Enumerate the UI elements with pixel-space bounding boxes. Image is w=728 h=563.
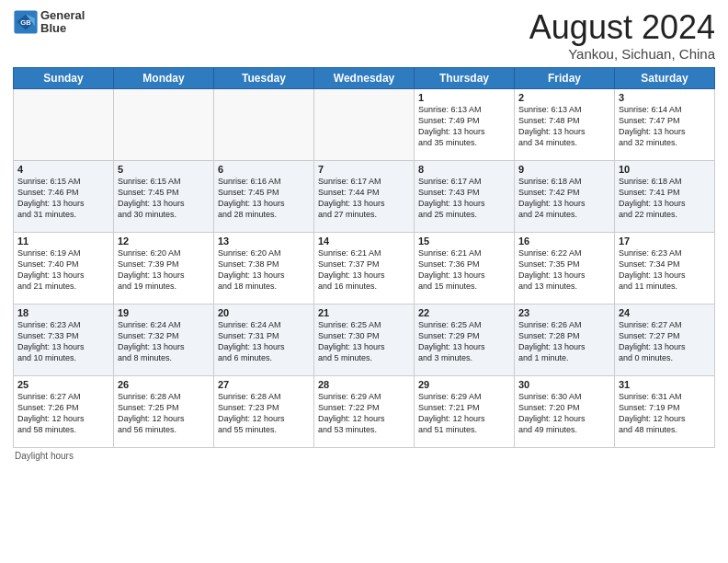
day-number: 7 xyxy=(318,164,410,175)
day-number: 22 xyxy=(418,307,510,318)
title-block: August 2024 Yankou, Sichuan, China xyxy=(529,9,715,62)
calendar-cell: 25Sunrise: 6:27 AM Sunset: 7:26 PM Dayli… xyxy=(14,375,114,447)
day-info: Sunrise: 6:15 AM Sunset: 7:46 PM Dayligh… xyxy=(17,176,109,221)
calendar-cell: 30Sunrise: 6:30 AM Sunset: 7:20 PM Dayli… xyxy=(515,375,615,447)
day-number: 10 xyxy=(619,164,711,175)
day-info: Sunrise: 6:27 AM Sunset: 7:27 PM Dayligh… xyxy=(619,319,711,364)
day-info: Sunrise: 6:23 AM Sunset: 7:33 PM Dayligh… xyxy=(17,319,109,364)
day-number: 13 xyxy=(218,236,310,247)
day-info: Sunrise: 6:25 AM Sunset: 7:30 PM Dayligh… xyxy=(318,319,410,364)
calendar-week-row: 11Sunrise: 6:19 AM Sunset: 7:40 PM Dayli… xyxy=(14,232,715,304)
day-number: 24 xyxy=(619,307,711,318)
day-info: Sunrise: 6:17 AM Sunset: 7:44 PM Dayligh… xyxy=(318,176,410,221)
day-info: Sunrise: 6:24 AM Sunset: 7:31 PM Dayligh… xyxy=(218,319,310,364)
day-info: Sunrise: 6:20 AM Sunset: 7:39 PM Dayligh… xyxy=(118,247,210,293)
calendar-cell: 28Sunrise: 6:29 AM Sunset: 7:22 PM Dayli… xyxy=(314,375,415,447)
weekday-header: Thursday xyxy=(415,67,515,88)
calendar-cell: 31Sunrise: 6:31 AM Sunset: 7:19 PM Dayli… xyxy=(615,375,715,447)
day-info: Sunrise: 6:24 AM Sunset: 7:32 PM Dayligh… xyxy=(118,319,210,364)
calendar-cell: 3Sunrise: 6:14 AM Sunset: 7:47 PM Daylig… xyxy=(615,88,715,160)
day-info: Sunrise: 6:19 AM Sunset: 7:40 PM Dayligh… xyxy=(17,247,109,293)
day-info: Sunrise: 6:25 AM Sunset: 7:29 PM Dayligh… xyxy=(418,319,510,364)
day-info: Sunrise: 6:14 AM Sunset: 7:47 PM Dayligh… xyxy=(619,104,711,149)
day-info: Sunrise: 6:27 AM Sunset: 7:26 PM Dayligh… xyxy=(17,391,109,436)
day-info: Sunrise: 6:18 AM Sunset: 7:41 PM Dayligh… xyxy=(619,176,711,221)
day-number: 31 xyxy=(619,379,711,390)
day-info: Sunrise: 6:21 AM Sunset: 7:36 PM Dayligh… xyxy=(418,247,510,293)
weekday-header: Sunday xyxy=(14,67,114,88)
day-number: 25 xyxy=(17,379,109,390)
day-info: Sunrise: 6:28 AM Sunset: 7:25 PM Dayligh… xyxy=(118,391,210,436)
day-number: 27 xyxy=(218,379,310,390)
day-number: 3 xyxy=(619,92,711,103)
day-number: 11 xyxy=(17,236,109,247)
day-number: 26 xyxy=(118,379,210,390)
day-number: 19 xyxy=(118,307,210,318)
calendar-cell: 20Sunrise: 6:24 AM Sunset: 7:31 PM Dayli… xyxy=(214,304,314,375)
weekday-header: Tuesday xyxy=(214,67,314,88)
day-info: Sunrise: 6:17 AM Sunset: 7:43 PM Dayligh… xyxy=(418,176,510,221)
calendar-cell: 15Sunrise: 6:21 AM Sunset: 7:36 PM Dayli… xyxy=(415,232,515,304)
day-info: Sunrise: 6:23 AM Sunset: 7:34 PM Dayligh… xyxy=(619,247,711,293)
calendar-cell: 17Sunrise: 6:23 AM Sunset: 7:34 PM Dayli… xyxy=(615,232,715,304)
calendar-cell: 7Sunrise: 6:17 AM Sunset: 7:44 PM Daylig… xyxy=(314,160,415,232)
day-info: Sunrise: 6:20 AM Sunset: 7:38 PM Dayligh… xyxy=(218,247,310,293)
day-info: Sunrise: 6:31 AM Sunset: 7:19 PM Dayligh… xyxy=(619,391,711,436)
calendar-cell: 14Sunrise: 6:21 AM Sunset: 7:37 PM Dayli… xyxy=(314,232,415,304)
calendar-cell: 4Sunrise: 6:15 AM Sunset: 7:46 PM Daylig… xyxy=(14,160,114,232)
day-number: 16 xyxy=(518,236,610,247)
calendar-cell: 22Sunrise: 6:25 AM Sunset: 7:29 PM Dayli… xyxy=(415,304,515,375)
calendar-cell: 2Sunrise: 6:13 AM Sunset: 7:48 PM Daylig… xyxy=(515,88,615,160)
day-number: 1 xyxy=(418,92,510,103)
day-number: 20 xyxy=(218,307,310,318)
calendar-cell: 13Sunrise: 6:20 AM Sunset: 7:38 PM Dayli… xyxy=(214,232,314,304)
day-number: 15 xyxy=(418,236,510,247)
calendar-week-row: 4Sunrise: 6:15 AM Sunset: 7:46 PM Daylig… xyxy=(14,160,715,232)
calendar-cell: 8Sunrise: 6:17 AM Sunset: 7:43 PM Daylig… xyxy=(415,160,515,232)
day-number: 30 xyxy=(518,379,610,390)
calendar-cell: 10Sunrise: 6:18 AM Sunset: 7:41 PM Dayli… xyxy=(615,160,715,232)
calendar-header-row: SundayMondayTuesdayWednesdayThursdayFrid… xyxy=(14,67,715,88)
calendar-cell xyxy=(14,88,114,160)
day-info: Sunrise: 6:29 AM Sunset: 7:22 PM Dayligh… xyxy=(318,391,410,436)
svg-text:GB: GB xyxy=(20,18,31,27)
main-title: August 2024 xyxy=(529,9,715,46)
day-info: Sunrise: 6:18 AM Sunset: 7:42 PM Dayligh… xyxy=(518,176,610,221)
logo: GB General Blue xyxy=(13,9,85,36)
logo-line1: General xyxy=(40,9,85,22)
subtitle: Yankou, Sichuan, China xyxy=(529,46,715,62)
calendar-cell xyxy=(114,88,214,160)
header: GB General Blue August 2024 Yankou, Sich… xyxy=(13,9,715,62)
footer-note: Daylight hours xyxy=(13,451,715,461)
day-info: Sunrise: 6:15 AM Sunset: 7:45 PM Dayligh… xyxy=(118,176,210,221)
calendar-cell: 27Sunrise: 6:28 AM Sunset: 7:23 PM Dayli… xyxy=(214,375,314,447)
day-number: 9 xyxy=(518,164,610,175)
day-info: Sunrise: 6:13 AM Sunset: 7:49 PM Dayligh… xyxy=(418,104,510,149)
logo-line2: Blue xyxy=(40,22,85,35)
day-number: 23 xyxy=(518,307,610,318)
day-info: Sunrise: 6:22 AM Sunset: 7:35 PM Dayligh… xyxy=(518,247,610,293)
weekday-header: Saturday xyxy=(615,67,715,88)
day-number: 5 xyxy=(118,164,210,175)
calendar-cell: 23Sunrise: 6:26 AM Sunset: 7:28 PM Dayli… xyxy=(515,304,615,375)
calendar-table: SundayMondayTuesdayWednesdayThursdayFrid… xyxy=(13,67,715,448)
calendar-week-row: 25Sunrise: 6:27 AM Sunset: 7:26 PM Dayli… xyxy=(14,375,715,447)
calendar-cell: 19Sunrise: 6:24 AM Sunset: 7:32 PM Dayli… xyxy=(114,304,214,375)
calendar-week-row: 18Sunrise: 6:23 AM Sunset: 7:33 PM Dayli… xyxy=(14,304,715,375)
calendar-cell: 12Sunrise: 6:20 AM Sunset: 7:39 PM Dayli… xyxy=(114,232,214,304)
day-number: 18 xyxy=(17,307,109,318)
calendar-cell xyxy=(214,88,314,160)
calendar-cell: 1Sunrise: 6:13 AM Sunset: 7:49 PM Daylig… xyxy=(415,88,515,160)
calendar-cell: 16Sunrise: 6:22 AM Sunset: 7:35 PM Dayli… xyxy=(515,232,615,304)
calendar-cell: 26Sunrise: 6:28 AM Sunset: 7:25 PM Dayli… xyxy=(114,375,214,447)
day-number: 6 xyxy=(218,164,310,175)
calendar-cell: 6Sunrise: 6:16 AM Sunset: 7:45 PM Daylig… xyxy=(214,160,314,232)
weekday-header: Monday xyxy=(114,67,214,88)
weekday-header: Friday xyxy=(515,67,615,88)
day-info: Sunrise: 6:21 AM Sunset: 7:37 PM Dayligh… xyxy=(318,247,410,293)
day-info: Sunrise: 6:30 AM Sunset: 7:20 PM Dayligh… xyxy=(518,391,610,436)
day-number: 8 xyxy=(418,164,510,175)
calendar-cell xyxy=(314,88,415,160)
weekday-header: Wednesday xyxy=(314,67,415,88)
calendar-cell: 11Sunrise: 6:19 AM Sunset: 7:40 PM Dayli… xyxy=(14,232,114,304)
